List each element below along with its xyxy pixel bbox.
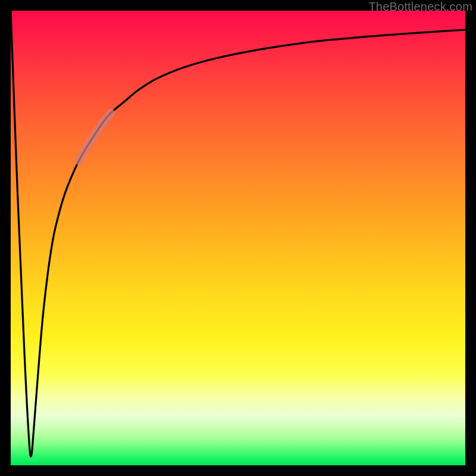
chart-svg xyxy=(11,11,465,465)
bottleneck-curve xyxy=(11,11,465,456)
attribution-text: TheBottleneck.com xyxy=(368,0,472,14)
chart-frame: TheBottleneck.com xyxy=(0,0,476,476)
plot-area xyxy=(11,11,465,465)
highlight-segment xyxy=(79,113,111,161)
